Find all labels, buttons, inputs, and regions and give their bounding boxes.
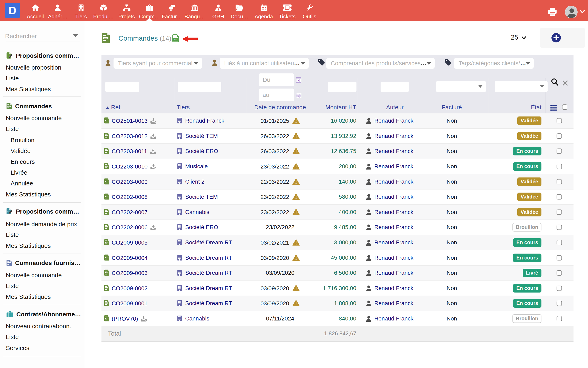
svg-text:CSV: CSV bbox=[172, 38, 177, 41]
